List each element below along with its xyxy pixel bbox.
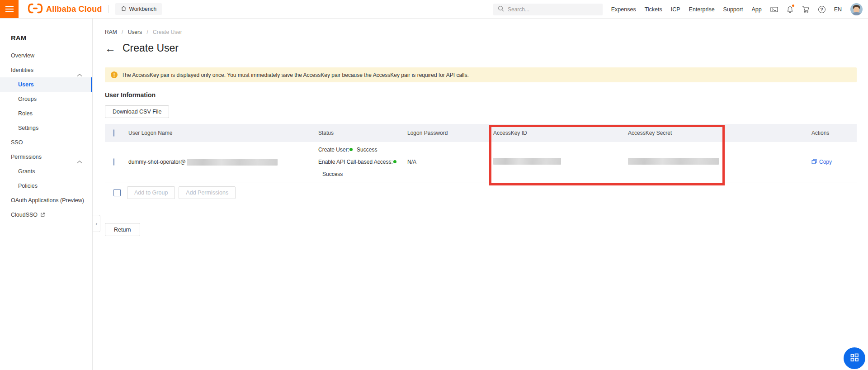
sidebar-item-settings[interactable]: Settings <box>0 121 92 135</box>
section-title: User Information <box>105 91 857 99</box>
divider <box>108 5 109 13</box>
success-dot-icon <box>393 160 396 163</box>
main-content: RAM / Users / Create User ← Create User … <box>93 19 868 370</box>
cloud-shell-icon[interactable] <box>770 6 778 13</box>
accesskey-id-cell <box>493 158 628 166</box>
cart-icon[interactable] <box>802 6 810 13</box>
download-csv-button[interactable]: Download CSV File <box>105 105 169 118</box>
user-logon-name-cell: dummy-shot-operator@ <box>128 159 318 166</box>
sidebar-item-users[interactable]: Users <box>0 77 92 92</box>
sidebar: RAM Overview Identities Users Groups Rol… <box>0 19 93 370</box>
help-icon[interactable]: ? <box>818 6 826 13</box>
language-selector[interactable]: EN <box>834 6 842 13</box>
sidebar-item-oauth-applications[interactable]: OAuth Applications (Preview) <box>0 193 92 208</box>
page-title-row: ← Create User <box>105 42 857 54</box>
breadcrumb-current: Create User <box>153 29 182 35</box>
nav-icp[interactable]: ICP <box>671 6 680 13</box>
alibaba-cloud-logo-icon <box>28 3 43 15</box>
bulk-actions-row: Add to Group Add Permissions <box>105 186 857 199</box>
banner-text: The AccessKey pair is displayed only onc… <box>122 72 469 78</box>
table-header-row: User Logon Name Status Logon Password Ac… <box>105 124 857 142</box>
breadcrumb: RAM / Users / Create User <box>105 29 857 35</box>
sidebar-item-policies[interactable]: Policies <box>0 179 92 193</box>
nav-enterprise[interactable]: Enterprise <box>689 6 715 13</box>
redacted-accesskey-secret <box>628 158 719 165</box>
nav-app[interactable]: App <box>751 6 761 13</box>
notification-dot <box>792 5 794 7</box>
sidebar-item-permissions[interactable]: Permissions <box>0 150 92 164</box>
user-table: User Logon Name Status Logon Password Ac… <box>105 124 857 182</box>
external-link-icon <box>38 212 45 218</box>
redacted-accesskey-id <box>493 158 561 165</box>
add-to-group-button[interactable]: Add to Group <box>127 186 175 199</box>
sidebar-item-sso[interactable]: SSO <box>0 135 92 150</box>
warning-icon: ! <box>111 71 118 78</box>
breadcrumb-ram[interactable]: RAM <box>105 29 117 35</box>
bulk-select-checkbox[interactable] <box>113 189 121 196</box>
sidebar-nav: Overview Identities Users Groups Roles S… <box>0 48 92 222</box>
table-row: dummy-shot-operator@ Create User:Success… <box>105 142 857 182</box>
col-accesskey-id: AccessKey ID <box>493 130 628 136</box>
accesskey-secret-cell <box>628 158 811 166</box>
top-nav: Expenses Tickets ICP Enterprise Support … <box>611 0 863 19</box>
sidebar-item-identities[interactable]: Identities <box>0 63 92 77</box>
add-permissions-button[interactable]: Add Permissions <box>179 186 236 199</box>
page-title: Create User <box>123 42 179 54</box>
search-input[interactable] <box>508 6 598 13</box>
nav-support[interactable]: Support <box>723 6 743 13</box>
copy-icon <box>811 159 817 166</box>
nav-expenses[interactable]: Expenses <box>611 6 636 13</box>
sidebar-item-overview[interactable]: Overview <box>0 48 92 63</box>
col-accesskey-secret: AccessKey Secret <box>628 130 811 136</box>
sidebar-item-groups[interactable]: Groups <box>0 92 92 106</box>
notifications-bell-icon[interactable] <box>787 6 793 13</box>
hamburger-menu-icon[interactable] <box>0 0 19 18</box>
accesskey-warning-banner: ! The AccessKey pair is displayed only o… <box>105 67 857 82</box>
sidebar-collapse-button[interactable]: ‹ <box>93 215 100 232</box>
search-icon <box>498 5 504 14</box>
home-icon <box>121 5 127 13</box>
status-cell: Create User:Success Enable API Call-base… <box>318 144 407 180</box>
col-logon-password: Logon Password <box>407 130 493 136</box>
quick-apps-fab-button[interactable] <box>844 347 865 369</box>
success-dot-icon <box>349 148 353 151</box>
col-status: Status <box>318 130 407 136</box>
top-bar: Alibaba Cloud Workbench Expenses Tickets… <box>0 0 868 19</box>
redacted-account-domain <box>187 159 278 166</box>
alibaba-cloud-logo[interactable]: Alibaba Cloud <box>28 3 102 15</box>
col-actions: Actions <box>811 130 857 136</box>
sidebar-item-roles[interactable]: Roles <box>0 106 92 121</box>
workbench-label: Workbench <box>129 6 156 12</box>
nav-tickets[interactable]: Tickets <box>645 6 662 13</box>
global-search <box>493 4 603 15</box>
brand-name: Alibaba Cloud <box>46 5 102 14</box>
sidebar-item-grants[interactable]: Grants <box>0 164 92 179</box>
actions-cell: Copy <box>811 159 857 166</box>
select-all-checkbox[interactable] <box>113 129 114 137</box>
col-user-logon-name: User Logon Name <box>128 130 318 136</box>
user-avatar[interactable] <box>850 3 863 15</box>
breadcrumb-users[interactable]: Users <box>128 29 142 35</box>
back-arrow-icon[interactable]: ← <box>105 43 116 54</box>
logon-password-cell: N/A <box>407 159 493 165</box>
workbench-button[interactable]: Workbench <box>115 3 162 15</box>
chevron-left-icon: ‹ <box>95 220 97 227</box>
copy-button[interactable]: Copy <box>811 159 832 166</box>
return-button[interactable]: Return <box>105 223 140 236</box>
sidebar-item-cloudsso[interactable]: CloudSSO <box>0 208 92 222</box>
row-checkbox[interactable] <box>113 158 114 166</box>
sidebar-title: RAM <box>0 19 92 42</box>
app-grid-icon <box>849 352 859 364</box>
